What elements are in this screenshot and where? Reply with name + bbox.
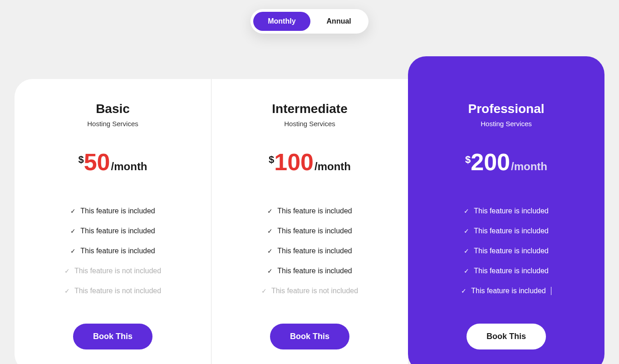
feature-item: ✓This feature is included bbox=[426, 241, 586, 261]
currency-symbol: $ bbox=[78, 154, 84, 166]
text-cursor bbox=[551, 287, 551, 295]
check-icon: ✓ bbox=[464, 207, 469, 215]
feature-item: ✓This feature is included bbox=[33, 241, 193, 261]
feature-text: This feature is not included bbox=[271, 287, 358, 295]
feature-item: ✓This feature is included bbox=[230, 221, 390, 241]
pricing-container: Basic Hosting Services $ 50 /month ✓This… bbox=[15, 56, 604, 364]
feature-list: ✓This feature is included ✓This feature … bbox=[426, 201, 586, 301]
plan-subtitle: Hosting Services bbox=[33, 120, 193, 128]
feature-text: This feature is included bbox=[80, 247, 155, 255]
check-icon: ✓ bbox=[267, 227, 273, 235]
feature-text: This feature is not included bbox=[74, 287, 161, 295]
feature-list: ✓This feature is included ✓This feature … bbox=[33, 201, 193, 301]
price-value: 100 bbox=[274, 150, 314, 174]
feature-text: This feature is included bbox=[277, 207, 352, 215]
price-period: /month bbox=[111, 160, 147, 173]
feature-item: ✓This feature is included bbox=[230, 241, 390, 261]
feature-text: This feature is included bbox=[474, 267, 549, 275]
check-icon: ✓ bbox=[464, 227, 469, 235]
feature-item-disabled: ✓This feature is not included bbox=[230, 281, 390, 301]
currency-symbol: $ bbox=[269, 154, 274, 166]
check-icon: ✓ bbox=[464, 267, 469, 275]
check-icon: ✓ bbox=[70, 247, 76, 255]
feature-item: ✓This feature is included bbox=[33, 221, 193, 241]
feature-item: ✓This feature is included bbox=[230, 201, 390, 221]
price-period: /month bbox=[511, 160, 547, 173]
check-icon: ✓ bbox=[464, 247, 469, 255]
plan-subtitle: Hosting Services bbox=[426, 120, 586, 128]
price-row: $ 100 /month bbox=[230, 150, 390, 174]
check-icon: ✓ bbox=[64, 287, 70, 295]
feature-text: This feature is included bbox=[474, 227, 549, 235]
book-button-professional[interactable]: Book This bbox=[467, 324, 546, 349]
feature-text: This feature is included bbox=[277, 247, 352, 255]
feature-text: This feature is included bbox=[80, 227, 155, 235]
plan-subtitle: Hosting Services bbox=[230, 120, 390, 128]
check-icon: ✓ bbox=[461, 287, 467, 295]
check-icon: ✓ bbox=[70, 207, 76, 215]
plan-title: Basic bbox=[33, 102, 193, 116]
feature-item: ✓This feature is included bbox=[33, 201, 193, 221]
price-period: /month bbox=[314, 160, 351, 173]
feature-item-disabled: ✓This feature is not included bbox=[33, 281, 193, 301]
feature-text: This feature is included bbox=[474, 247, 549, 255]
feature-list: ✓This feature is included ✓This feature … bbox=[230, 201, 390, 301]
price-value: 200 bbox=[471, 150, 510, 174]
price-row: $ 200 /month bbox=[426, 150, 586, 174]
plan-title: Intermediate bbox=[230, 102, 390, 116]
monthly-toggle-button[interactable]: Monthly bbox=[253, 12, 310, 31]
feature-text: This feature is included bbox=[277, 227, 352, 235]
feature-text: This feature is included bbox=[474, 207, 549, 215]
plan-title: Professional bbox=[426, 102, 586, 116]
check-icon: ✓ bbox=[267, 267, 273, 275]
feature-item: ✓This feature is included bbox=[230, 261, 390, 281]
book-button-intermediate[interactable]: Book This bbox=[270, 324, 349, 349]
check-icon: ✓ bbox=[64, 267, 70, 275]
feature-item: ✓This feature is included bbox=[426, 201, 586, 221]
price-value: 50 bbox=[84, 150, 110, 174]
feature-item: ✓This feature is included bbox=[426, 221, 586, 241]
price-row: $ 50 /month bbox=[33, 150, 193, 174]
check-icon: ✓ bbox=[267, 247, 273, 255]
billing-toggle: Monthly Annual bbox=[251, 9, 368, 34]
annual-toggle-button[interactable]: Annual bbox=[312, 12, 366, 31]
feature-item: ✓This feature is included bbox=[426, 261, 586, 281]
check-icon: ✓ bbox=[261, 287, 267, 295]
feature-text: This feature is not included bbox=[74, 267, 161, 275]
plan-intermediate: Intermediate Hosting Services $ 100 /mon… bbox=[211, 79, 408, 364]
feature-text: This feature is included bbox=[277, 267, 352, 275]
feature-text: This feature is included bbox=[471, 287, 546, 295]
feature-item: ✓This feature is included bbox=[426, 281, 586, 301]
feature-item-disabled: ✓This feature is not included bbox=[33, 261, 193, 281]
billing-toggle-container: Monthly Annual bbox=[9, 9, 610, 34]
feature-text: This feature is included bbox=[80, 207, 155, 215]
check-icon: ✓ bbox=[267, 207, 273, 215]
book-button-basic[interactable]: Book This bbox=[73, 324, 152, 349]
check-icon: ✓ bbox=[70, 227, 76, 235]
currency-symbol: $ bbox=[465, 154, 471, 166]
plan-basic: Basic Hosting Services $ 50 /month ✓This… bbox=[15, 79, 211, 364]
plan-professional: Professional Hosting Services $ 200 /mon… bbox=[408, 56, 604, 364]
